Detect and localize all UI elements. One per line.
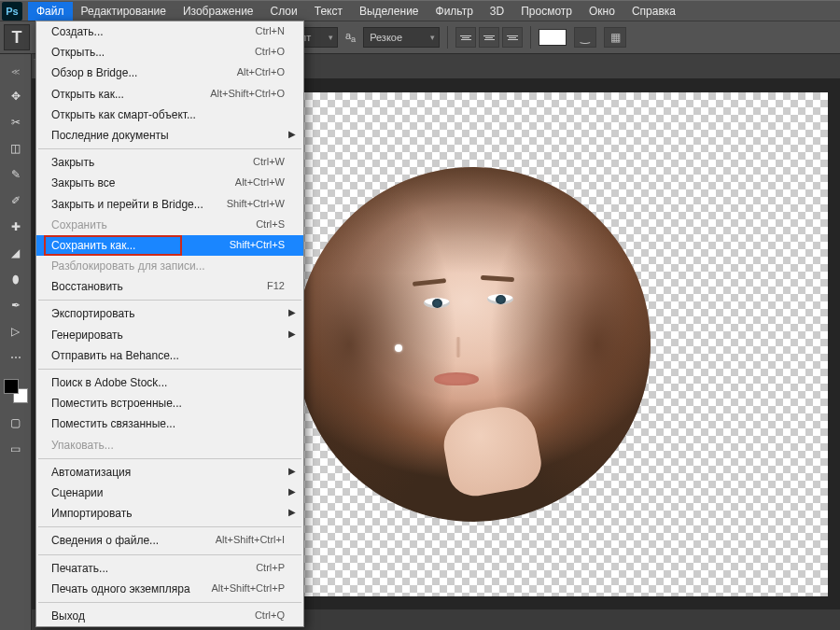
chevron-right-icon: ▶ <box>288 465 296 478</box>
warp-text-icon[interactable]: ‿ <box>574 27 596 48</box>
menu-item[interactable]: Открыть...Ctrl+O <box>36 42 303 63</box>
eyedropper-tool-icon[interactable]: ✎ <box>5 164 27 185</box>
menu-item[interactable]: Закрыть всеAlt+Ctrl+W <box>36 173 303 193</box>
menu-item: СохранитьCtrl+S <box>36 215 303 235</box>
menu-файл[interactable]: Файл <box>28 2 73 21</box>
menu-item[interactable]: Автоматизация▶ <box>36 462 303 483</box>
menu-просмотр[interactable]: Просмотр <box>512 2 581 21</box>
lasso-tool-icon[interactable]: ✂ <box>5 112 27 133</box>
menu-3d[interactable]: 3D <box>482 2 512 21</box>
menu-фильтр[interactable]: Фильтр <box>427 2 482 21</box>
menu-item[interactable]: Сохранить как...Shift+Ctrl+S <box>36 235 303 256</box>
blur-tool-icon[interactable]: ⬮ <box>5 269 27 289</box>
menu-справка[interactable]: Справка <box>623 2 684 21</box>
menu-item[interactable]: ЗакрытьCtrl+W <box>36 152 303 173</box>
divider <box>530 26 531 49</box>
antialias-icon: aa <box>345 30 356 44</box>
text-color-swatch[interactable] <box>539 29 567 46</box>
align-left-button[interactable] <box>455 27 476 48</box>
quickmask-icon[interactable]: ▢ <box>5 413 27 433</box>
menu-item[interactable]: Создать...Ctrl+N <box>36 21 303 42</box>
current-tool-icon[interactable]: T <box>4 24 30 50</box>
menu-слои[interactable]: Слои <box>262 2 306 21</box>
chevron-right-icon: ▶ <box>288 128 296 141</box>
toolbar-collapse-icon[interactable]: ≪ <box>11 67 20 77</box>
menu-item[interactable]: Открыть как...Alt+Shift+Ctrl+O <box>36 84 303 105</box>
pen-tool-icon[interactable]: ✒ <box>5 295 27 315</box>
path-select-icon[interactable]: ▷ <box>5 321 27 342</box>
chevron-right-icon: ▶ <box>288 506 296 519</box>
align-center-button[interactable] <box>479 27 499 48</box>
menu-item[interactable]: Закрыть и перейти в Bridge...Shift+Ctrl+… <box>36 194 303 215</box>
chevron-right-icon: ▶ <box>288 485 296 498</box>
chevron-right-icon: ▶ <box>288 306 296 319</box>
healing-tool-icon[interactable]: ✚ <box>5 217 27 237</box>
panel-toggle-icon[interactable]: ▦ <box>604 27 626 48</box>
antialias-select[interactable]: Резкое <box>363 27 440 48</box>
color-swatches[interactable] <box>4 379 28 403</box>
menu-item[interactable]: Сведения о файле...Alt+Shift+Ctrl+I <box>36 530 303 551</box>
menu-item: Упаковать... <box>36 435 303 455</box>
menu-item[interactable]: Поместить связанные... <box>36 413 303 434</box>
menu-separator <box>38 602 301 603</box>
menu-item[interactable]: ВыходCtrl+Q <box>36 606 303 626</box>
menu-separator <box>38 526 301 527</box>
menu-item[interactable]: ВосстановитьF12 <box>36 276 303 297</box>
menu-item[interactable]: Генерировать▶ <box>36 325 303 345</box>
menu-item[interactable]: Открыть как смарт-объект... <box>36 105 303 125</box>
crop-tool-icon[interactable]: ◫ <box>5 138 27 159</box>
align-right-button[interactable] <box>502 27 523 48</box>
menu-item[interactable]: Сценарии▶ <box>36 483 303 503</box>
chevron-right-icon: ▶ <box>288 328 296 341</box>
menu-separator <box>38 458 301 459</box>
file-menu-dropdown: Создать...Ctrl+NОткрыть...Ctrl+OОбзор в … <box>35 21 304 627</box>
menu-item[interactable]: Обзор в Bridge...Alt+Ctrl+O <box>36 63 303 83</box>
app-logo: Ps <box>2 2 22 21</box>
menu-окно[interactable]: Окно <box>581 2 623 21</box>
screenmode-icon[interactable]: ▭ <box>5 439 27 459</box>
image-content <box>296 167 651 522</box>
menu-текст[interactable]: Текст <box>306 2 351 21</box>
menu-изображение[interactable]: Изображение <box>175 2 262 21</box>
menu-item: Разблокировать для записи... <box>36 256 303 276</box>
menu-item[interactable]: Печать одного экземпляраAlt+Shift+Ctrl+P <box>36 579 303 599</box>
menu-редактирование[interactable]: Редактирование <box>73 2 175 21</box>
menu-item[interactable]: Поиск в Adobe Stock... <box>36 372 303 393</box>
menu-item[interactable]: Печатать...Ctrl+P <box>36 558 303 579</box>
menu-выделение[interactable]: Выделение <box>351 2 427 21</box>
brush-tool-icon[interactable]: ✐ <box>5 190 27 211</box>
menu-separator <box>38 369 301 370</box>
left-toolbar: ≪ ✥ ✂ ◫ ✎ ✐ ✚ ◢ ⬮ ✒ ▷ ⋯ ▢ ▭ <box>0 54 32 630</box>
menu-separator <box>38 554 301 555</box>
move-tool-icon[interactable]: ✥ <box>5 86 27 106</box>
divider <box>447 26 448 49</box>
menu-item[interactable]: Отправить на Behance... <box>36 345 303 366</box>
menu-item[interactable]: Последние документы▶ <box>36 125 303 146</box>
menu-item[interactable]: Экспортировать▶ <box>36 303 303 324</box>
more-tools-icon[interactable]: ⋯ <box>5 347 27 368</box>
menu-item[interactable]: Поместить встроенные... <box>36 393 303 413</box>
menu-separator <box>38 148 301 149</box>
menu-separator <box>38 300 301 301</box>
menu-item[interactable]: Импортировать▶ <box>36 503 303 524</box>
gradient-tool-icon[interactable]: ◢ <box>5 243 27 263</box>
menubar: Ps ФайлРедактированиеИзображениеСлоиТекс… <box>0 0 840 21</box>
